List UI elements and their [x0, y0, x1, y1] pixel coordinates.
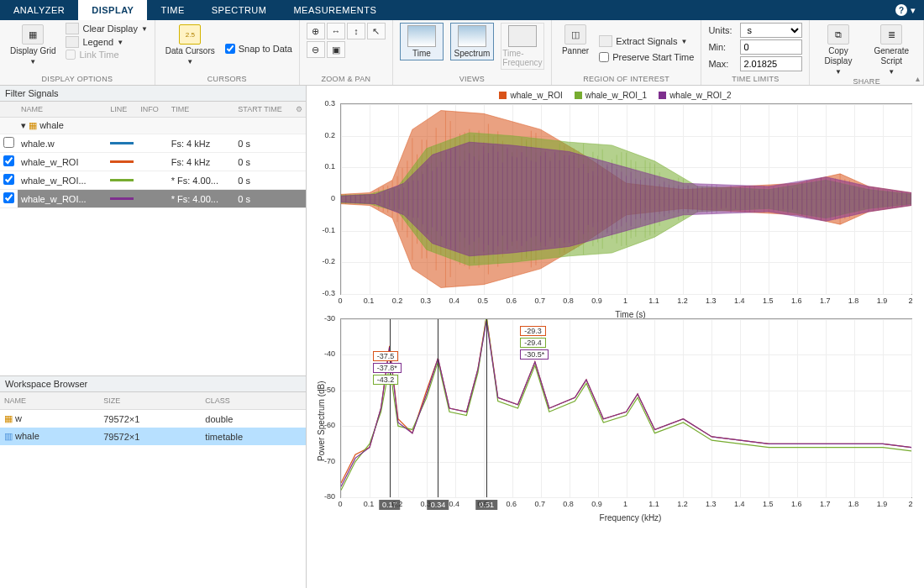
panner-icon: ◫: [564, 24, 586, 45]
table-row[interactable]: whale_w_ROI...* Fs: 4.00...0 s: [0, 190, 306, 208]
clear-icon: [66, 23, 79, 34]
signal-checkbox[interactable]: [3, 192, 14, 203]
ws-col-name[interactable]: NAME: [0, 392, 99, 410]
spectrum-chart[interactable]: 0.170.340.51-37.5-37.8*-43.2-29.3-29.4-3…: [340, 318, 912, 498]
tab-measurements[interactable]: MEASUREMENTS: [280, 0, 390, 20]
zoom-x-button[interactable]: ↔: [327, 23, 345, 39]
signal-group-row[interactable]: ▾ ▦ whale: [0, 118, 306, 134]
table-row[interactable]: whale.wFs: 4 kHz0 s: [0, 134, 306, 153]
chevron-down-icon: ▼: [835, 68, 842, 76]
signal-time: Fs: 4 kHz: [168, 134, 235, 153]
signal-checkbox[interactable]: [3, 174, 14, 185]
zoom-y-button[interactable]: ↕: [347, 23, 365, 39]
pan-button[interactable]: ↖: [367, 23, 386, 39]
chevron-down-icon: ▼: [29, 58, 36, 66]
ribbon-group-label: CURSORS: [162, 75, 292, 85]
chevron-down-icon: ▼: [141, 25, 148, 33]
signal-name: whale.w: [18, 134, 107, 153]
time-view-icon: [407, 25, 436, 47]
preserve-start-time-checkbox[interactable]: Preserve Start Time: [599, 52, 694, 62]
fit-button[interactable]: ▣: [327, 41, 345, 58]
extract-icon: [599, 35, 612, 47]
tab-display[interactable]: DISPLAY: [78, 0, 147, 20]
tab-time[interactable]: TIME: [147, 0, 197, 20]
pan-icon: ↖: [372, 26, 380, 37]
ws-size: 79572×1: [99, 410, 201, 428]
clear-display-button[interactable]: Clear Display▼: [66, 23, 147, 34]
copy-label: Copy Display: [820, 46, 856, 66]
signal-start: 0 s: [234, 171, 306, 190]
col-line[interactable]: LINE: [107, 102, 137, 118]
spectrum-chart-xlabel: Frequency (kHz): [340, 513, 921, 522]
signal-checkbox[interactable]: [3, 137, 14, 148]
table-row[interactable]: whale_w_ROI...* Fs: 4.00...0 s: [0, 171, 306, 190]
table-row[interactable]: whale_w_ROIFs: 4 kHz0 s: [0, 153, 306, 171]
ribbon-group-label: VIEWS: [400, 75, 544, 85]
display-grid-button[interactable]: ▦ Display Grid ▼: [7, 23, 59, 67]
view-spectrum-button[interactable]: Spectrum: [450, 23, 494, 60]
line-swatch: [110, 142, 134, 144]
zoom-in-button[interactable]: ⊕: [307, 23, 325, 39]
col-start[interactable]: START TIME⚙: [234, 102, 306, 118]
ws-class: double: [201, 410, 306, 428]
zoom-out-button[interactable]: ⊖: [307, 41, 325, 58]
ws-col-class[interactable]: CLASS: [201, 392, 306, 410]
gear-icon[interactable]: ⚙: [296, 105, 302, 113]
time-chart-x-axis: 00.10.20.30.40.50.60.70.80.911.11.21.31.…: [340, 297, 912, 310]
units-label: Units:: [708, 25, 737, 35]
ws-name: whale: [15, 431, 39, 441]
ws-col-size[interactable]: SIZE: [99, 392, 201, 410]
snap-to-data-checkbox[interactable]: Snap to Data: [225, 44, 292, 54]
spectrum-chart-x-axis: 00.10.20.30.40.50.60.70.80.911.11.21.31.…: [340, 500, 912, 513]
panner-button[interactable]: ◫Panner: [559, 23, 592, 58]
spectrum-chart-y-axis: -80-70-60-50-40-30: [310, 318, 339, 528]
folder-icon: ▦: [29, 120, 37, 130]
view-time-button[interactable]: Time: [400, 23, 444, 60]
line-swatch: [110, 179, 134, 181]
help-dropdown[interactable]: ? ▾: [887, 0, 924, 20]
data-cursors-label: Data Cursors: [165, 46, 215, 56]
filter-signals-header: Filter Signals: [0, 86, 306, 102]
spectrum-view-icon: [458, 25, 486, 47]
extract-signals-button[interactable]: Extract Signals▼: [599, 35, 694, 47]
legend-button[interactable]: Legend▼: [66, 36, 147, 48]
ribbon-group-label: DISPLAY OPTIONS: [7, 75, 148, 85]
col-name[interactable]: NAME: [18, 102, 107, 118]
workspace-header: Workspace Browser: [0, 376, 306, 392]
extract-label: Extract Signals: [616, 36, 677, 46]
col-time[interactable]: TIME: [168, 102, 235, 118]
signal-checkbox[interactable]: [3, 155, 14, 166]
table-row[interactable]: ▦ w79572×1double: [0, 410, 306, 428]
menubar: ANALYZER DISPLAY TIME SPECTRUM MEASUREME…: [0, 0, 924, 20]
ribbon-group-time-limits: Units:s Min: Max: TIME LIMITS: [701, 20, 810, 85]
snap-label: Snap to Data: [239, 44, 292, 54]
workspace-table: NAMESIZECLASS ▦ w79572×1double ▥ whale79…: [0, 392, 306, 445]
variable-icon: ▦: [4, 413, 13, 423]
time-chart[interactable]: [340, 103, 912, 295]
line-swatch: [110, 197, 134, 200]
min-input[interactable]: [740, 39, 802, 55]
copy-display-button[interactable]: ⧉Copy Display▼: [816, 23, 859, 77]
table-row[interactable]: ▥ whale79572×1timetable: [0, 428, 306, 445]
ribbon-collapse-button[interactable]: ▴: [916, 74, 920, 83]
col-info[interactable]: INFO: [137, 102, 168, 118]
signal-name: whale_w_ROI...: [18, 190, 107, 208]
tab-spectrum[interactable]: SPECTRUM: [198, 0, 281, 20]
left-panel: Filter Signals NAME LINE INFO TIME START…: [0, 86, 307, 588]
generate-script-button[interactable]: ≣Generate Script▼: [867, 23, 916, 77]
data-cursors-button[interactable]: 2.5 Data Cursors ▼: [162, 23, 218, 67]
ribbon-group-cursors: 2.5 Data Cursors ▼ Snap to Data CURSORS: [155, 20, 300, 85]
time-chart-y-axis: -0.3-0.2-0.100.10.20.3: [310, 103, 339, 312]
signal-start: 0 s: [234, 153, 306, 171]
chevron-down-icon: ▼: [186, 58, 193, 66]
panner-label: Panner: [562, 46, 589, 56]
data-cursor-icon: 2.5: [179, 24, 201, 45]
ribbon-group-label: TIME LIMITS: [708, 75, 802, 85]
legend-swatch: [659, 92, 666, 99]
units-select[interactable]: s: [740, 23, 802, 38]
tab-analyzer[interactable]: ANALYZER: [0, 0, 78, 20]
legend-label: whale_w_ROI_2: [669, 91, 731, 100]
legend-swatch: [575, 92, 582, 99]
max-input[interactable]: [740, 56, 802, 71]
chevron-down-icon: ▾: [911, 5, 916, 16]
